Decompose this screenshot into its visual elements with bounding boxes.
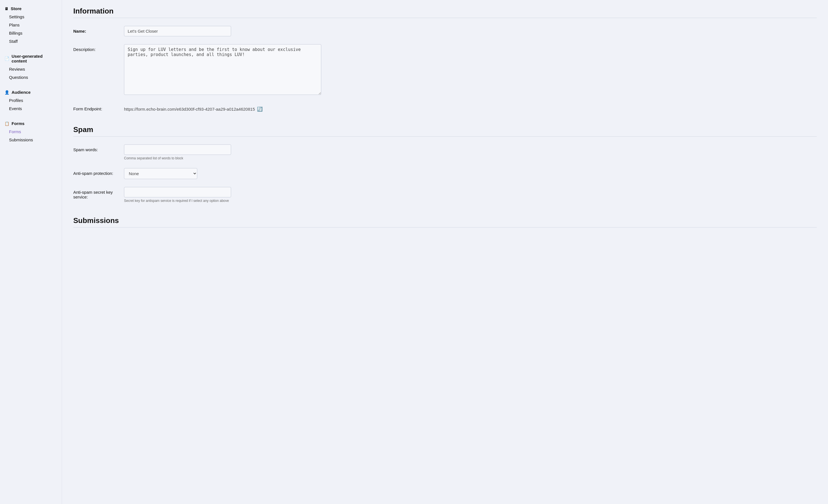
form-control-wrap-spam-words: Comma separated list of words to block xyxy=(124,144,321,160)
hint-anti-spam-secret: Secret key for antispam service is requi… xyxy=(124,199,321,203)
sidebar-item-questions[interactable]: Questions xyxy=(0,73,62,81)
sidebar-item-submissions[interactable]: Submissions xyxy=(0,136,62,144)
form-control-wrap-anti-spam-protection: NonereCAPTCHA v2reCAPTCHA v3hCaptcha xyxy=(124,168,321,179)
sidebar-item-settings[interactable]: Settings xyxy=(0,13,62,21)
sidebar-item-forms[interactable]: Forms xyxy=(0,128,62,136)
input-anti-spam-secret[interactable] xyxy=(124,187,231,197)
select-anti-spam-protection[interactable]: NonereCAPTCHA v2reCAPTCHA v3hCaptcha xyxy=(124,168,197,179)
section-title-submissions: Submissions xyxy=(73,216,817,225)
form-row-description: Description:Sign up for LUV letters and … xyxy=(73,44,817,96)
sidebar-item-profiles[interactable]: Profiles xyxy=(0,96,62,104)
form-row-form-endpoint: Form Endpoint:https://form.echo-brain.co… xyxy=(73,104,817,112)
textarea-description[interactable]: Sign up for LUV letters and be the first… xyxy=(124,44,321,95)
sidebar-section-audience: 👤AudienceProfilesEvents xyxy=(0,88,62,112)
main-content: InformationName:Description:Sign up for … xyxy=(62,0,828,504)
form-row-spam-words: Spam words:Comma separated list of words… xyxy=(73,144,817,160)
forms-section-label: Forms xyxy=(11,121,25,126)
sidebar: 🖥StoreSettingsPlansBillingsStaff📄User-ge… xyxy=(0,0,62,504)
audience-section-label: Audience xyxy=(11,90,31,95)
form-label-anti-spam-protection: Anti-spam protection: xyxy=(73,168,124,176)
section-divider-information xyxy=(73,18,817,18)
form-control-wrap-form-endpoint: https://form.echo-brain.com/e63d300f-cf9… xyxy=(124,104,321,112)
sidebar-item-plans[interactable]: Plans xyxy=(0,21,62,29)
input-name[interactable] xyxy=(124,26,231,36)
sidebar-item-reviews[interactable]: Reviews xyxy=(0,65,62,73)
sidebar-section-title-forms: 📋Forms xyxy=(0,120,62,128)
form-row-anti-spam-secret: Anti-spam secret key service:Secret key … xyxy=(73,187,817,203)
forms-section-icon: 📋 xyxy=(4,121,9,126)
section-spam: SpamSpam words:Comma separated list of w… xyxy=(73,125,817,203)
section-title-spam: Spam xyxy=(73,125,817,134)
section-divider-submissions xyxy=(73,227,817,228)
store-section-label: Store xyxy=(11,6,22,11)
hint-spam-words: Comma separated list of words to block xyxy=(124,156,321,160)
form-control-wrap-anti-spam-secret: Secret key for antispam service is requi… xyxy=(124,187,321,203)
form-label-spam-words: Spam words: xyxy=(73,144,124,152)
sidebar-section-title-store: 🖥Store xyxy=(0,4,62,13)
form-label-anti-spam-secret: Anti-spam secret key service: xyxy=(73,187,124,199)
sidebar-section-user-generated-content: 📄User-generated contentReviewsQuestions xyxy=(0,52,62,81)
user-generated-content-section-icon: 📄 xyxy=(4,56,9,61)
form-label-form-endpoint: Form Endpoint: xyxy=(73,104,124,111)
section-title-information: Information xyxy=(73,7,817,15)
section-divider-spam xyxy=(73,136,817,137)
input-spam-words[interactable] xyxy=(124,144,231,155)
sidebar-section-store: 🖥StoreSettingsPlansBillingsStaff xyxy=(0,4,62,45)
audience-section-icon: 👤 xyxy=(4,90,9,95)
sidebar-section-title-user-generated-content: 📄User-generated content xyxy=(0,52,62,65)
sidebar-item-billings[interactable]: Billings xyxy=(0,29,62,37)
section-information: InformationName:Description:Sign up for … xyxy=(73,7,817,112)
sidebar-item-staff[interactable]: Staff xyxy=(0,37,62,45)
user-generated-content-section-label: User-generated content xyxy=(11,54,57,63)
form-row-anti-spam-protection: Anti-spam protection:NonereCAPTCHA v2reC… xyxy=(73,168,817,179)
sidebar-section-title-audience: 👤Audience xyxy=(0,88,62,96)
store-section-icon: 🖥 xyxy=(4,6,8,11)
endpoint-url: https://form.echo-brain.com/e63d300f-cf9… xyxy=(124,107,255,111)
form-row-name: Name: xyxy=(73,26,817,36)
form-label-name: Name: xyxy=(73,26,124,34)
form-control-wrap-name xyxy=(124,26,321,36)
form-label-description: Description: xyxy=(73,44,124,52)
section-submissions: Submissions xyxy=(73,216,817,228)
sidebar-section-forms: 📋FormsFormsSubmissions xyxy=(0,120,62,144)
endpoint-value-form-endpoint: https://form.echo-brain.com/e63d300f-cf9… xyxy=(124,104,321,112)
refresh-endpoint-icon[interactable]: 🔄 xyxy=(257,106,263,112)
form-control-wrap-description: Sign up for LUV letters and be the first… xyxy=(124,44,321,96)
sidebar-item-events[interactable]: Events xyxy=(0,104,62,112)
